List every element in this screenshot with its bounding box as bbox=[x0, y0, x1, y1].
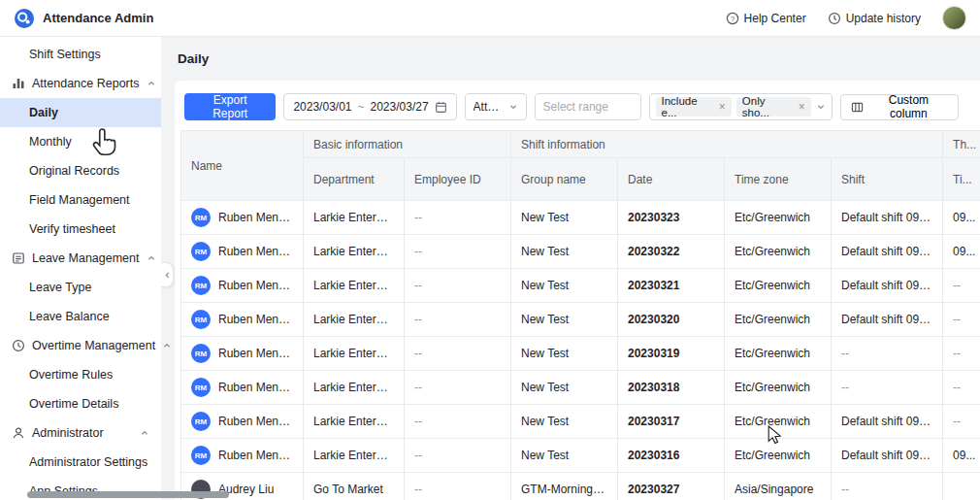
filter-tag-label: Only sho... bbox=[742, 95, 794, 118]
employee-avatar: RM bbox=[191, 446, 211, 465]
sidebar: Shift SettingsAttendance ReportsDailyMon… bbox=[0, 37, 161, 500]
sidebar-item-label: Daily bbox=[29, 106, 58, 119]
select-range-input-wrap bbox=[535, 93, 641, 120]
display-filter-select[interactable]: Include e...×Only sho...× bbox=[649, 93, 833, 120]
sidebar-item-administrator[interactable]: Administrator bbox=[0, 418, 161, 448]
sidebar-item-leave-type[interactable]: Leave Type bbox=[0, 273, 161, 302]
table-cell: -- bbox=[405, 337, 511, 371]
table-cell: Default shift 09:00... bbox=[832, 235, 943, 269]
horizontal-scrollbar-thumb[interactable] bbox=[27, 491, 229, 498]
user-avatar[interactable] bbox=[942, 6, 966, 30]
sidebar-item-original-records[interactable]: Original Records bbox=[0, 156, 161, 185]
table-body: RMRuben Mendo...Larkie Enterprise--New T… bbox=[181, 201, 980, 500]
sidebar-item-leave-management[interactable]: Leave Management bbox=[0, 244, 161, 273]
column-header-employee-id: Employee ID bbox=[405, 158, 511, 201]
column-header-time-zone: Time zone bbox=[725, 158, 832, 201]
name-cell: RMRuben Mendo... bbox=[181, 303, 304, 337]
name-cell: RMRuben Mendo... bbox=[181, 371, 304, 405]
employee-avatar: RM bbox=[191, 208, 211, 227]
export-report-button[interactable]: Export Report bbox=[184, 93, 276, 120]
table-cell: Asia/Singapore bbox=[725, 473, 832, 500]
person-icon bbox=[12, 426, 25, 440]
custom-column-button[interactable]: Custom column bbox=[840, 94, 959, 120]
help-center-link[interactable]: ? Help Center bbox=[726, 12, 806, 25]
sidebar-item-daily[interactable]: Daily bbox=[0, 98, 161, 127]
select-range-input[interactable] bbox=[543, 100, 631, 114]
table-cell: -- bbox=[405, 269, 511, 303]
table-cell: New Test bbox=[511, 337, 618, 371]
table-cell: Larkie Enterprise bbox=[304, 235, 405, 269]
table-row[interactable]: Audrey LiuGo To Market--GTM-Morning shif… bbox=[181, 473, 980, 500]
group-header-time-information: Th... bbox=[943, 131, 980, 158]
employee-name: Ruben Mendo... bbox=[218, 449, 293, 462]
update-history-link[interactable]: Update history bbox=[828, 12, 921, 25]
close-icon[interactable]: × bbox=[719, 101, 726, 113]
attendance-table: Name Basic information Shift information… bbox=[180, 130, 980, 500]
table-cell: Etc/Greenwich bbox=[725, 269, 832, 303]
sidebar-item-label: Leave Type bbox=[29, 281, 91, 294]
table-row[interactable]: RMRuben Mendo...Larkie Enterprise--New T… bbox=[181, 201, 980, 235]
sidebar-item-attendance-reports[interactable]: Attendance Reports bbox=[0, 69, 161, 98]
table-cell: Default shift 09:00... bbox=[832, 405, 943, 439]
table-cell: New Test bbox=[511, 201, 618, 235]
sidebar-item-leave-balance[interactable]: Leave Balance bbox=[0, 302, 161, 331]
employee-name: Ruben Mendo... bbox=[218, 347, 293, 360]
table-cell: -- bbox=[943, 405, 980, 439]
svg-text:?: ? bbox=[731, 14, 735, 22]
table-cell: Etc/Greenwich bbox=[725, 201, 832, 235]
sidebar-item-administrator-settings[interactable]: Administrator Settings bbox=[0, 448, 161, 477]
sidebar-item-label: Attendance Reports bbox=[32, 77, 140, 90]
calendar-icon bbox=[435, 101, 447, 114]
table-row[interactable]: RMRuben Mendo...Larkie Enterprise--New T… bbox=[181, 235, 980, 269]
table-cell: 20230317 bbox=[618, 405, 725, 439]
sidebar-item-monthly[interactable]: Monthly bbox=[0, 127, 161, 156]
table-cell: -- bbox=[832, 473, 943, 500]
sidebar-item-label: Leave Management bbox=[32, 251, 140, 265]
close-icon[interactable]: × bbox=[799, 101, 805, 113]
employee-avatar: RM bbox=[191, 242, 211, 261]
table-cell: 09... bbox=[943, 235, 980, 269]
sidebar-item-overtime-management[interactable]: Overtime Management bbox=[0, 331, 161, 360]
date-range-picker[interactable]: 2023/03/01 ~ 2023/03/27 bbox=[283, 93, 456, 120]
sidebar-item-overtime-details[interactable]: Overtime Details bbox=[0, 389, 161, 418]
screen: Attendance Admin ? Help Center Update hi… bbox=[0, 0, 980, 500]
table-cell: -- bbox=[405, 405, 511, 439]
main-content: Daily Export Report 2023/03/01 ~ 2023/03… bbox=[161, 37, 980, 500]
table-cell: 20230327 bbox=[618, 473, 725, 500]
sidebar-collapse-button[interactable] bbox=[161, 262, 174, 287]
table-row[interactable]: RMRuben Mendo...Larkie Enterprise--New T… bbox=[181, 337, 980, 371]
table-cell: New Test bbox=[511, 235, 618, 269]
sidebar-item-overtime-rules[interactable]: Overtime Rules bbox=[0, 360, 161, 389]
table-cell: -- bbox=[943, 337, 980, 371]
table-row[interactable]: RMRuben Mendo...Larkie Enterprise--New T… bbox=[181, 405, 980, 439]
table-cell: GTM-Morning shift bbox=[511, 473, 618, 500]
table-row[interactable]: RMRuben Mendo...Larkie Enterprise--New T… bbox=[181, 371, 980, 405]
table-cell: New Test bbox=[511, 303, 618, 337]
sidebar-item-shift-settings[interactable]: Shift Settings bbox=[0, 40, 161, 69]
table-cell: Larkie Enterprise bbox=[304, 439, 405, 473]
table-row[interactable]: RMRuben Mendo...Larkie Enterprise--New T… bbox=[181, 439, 980, 473]
filter-tag[interactable]: Include e...× bbox=[656, 97, 732, 117]
table-cell: -- bbox=[832, 337, 943, 371]
table-cell: 20230320 bbox=[618, 303, 725, 337]
sidebar-item-verify-timesheet[interactable]: Verify timesheet bbox=[0, 215, 161, 244]
attendance-filter-select[interactable]: Atte... bbox=[465, 93, 527, 120]
name-cell: RMRuben Mendo... bbox=[181, 405, 304, 439]
table-cell: -- bbox=[405, 473, 511, 500]
table-cell bbox=[943, 473, 980, 500]
brand: Attendance Admin bbox=[14, 8, 153, 29]
table-cell: -- bbox=[405, 201, 511, 235]
history-clock-icon bbox=[828, 12, 841, 25]
table-cell: Default shift 09:00... bbox=[832, 303, 943, 337]
table-cell: Etc/Greenwich bbox=[725, 337, 832, 371]
clock-icon bbox=[12, 339, 25, 352]
table-cell: -- bbox=[943, 371, 980, 405]
sidebar-item-label: Overtime Rules bbox=[29, 368, 113, 382]
table-cell: New Test bbox=[511, 439, 618, 473]
table-cell: Larkie Enterprise bbox=[304, 303, 405, 337]
sidebar-item-field-management[interactable]: Field Management bbox=[0, 185, 161, 215]
table-row[interactable]: RMRuben Mendo...Larkie Enterprise--New T… bbox=[181, 269, 980, 303]
filter-tag[interactable]: Only sho...× bbox=[736, 97, 811, 117]
table-cell: Etc/Greenwich bbox=[725, 371, 832, 405]
table-row[interactable]: RMRuben Mendo...Larkie Enterprise--New T… bbox=[181, 303, 980, 337]
